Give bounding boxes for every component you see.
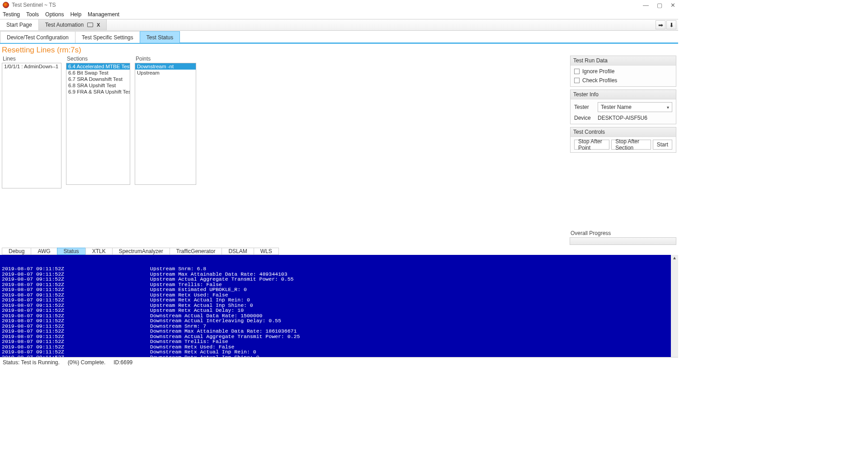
menu-testing[interactable]: Testing xyxy=(3,11,20,18)
log-line: 2019-08-07 09:11:52Z Downstream Retx Act… xyxy=(2,355,676,357)
log-line: 2019-08-07 09:11:52Z Upstream Estimated … xyxy=(2,287,676,292)
status-message: Resetting Lines (rm:7s) xyxy=(0,44,678,56)
tester-select[interactable]: Tester Name ▾ xyxy=(598,102,672,112)
check-profiles-label: Check Profiles xyxy=(582,77,617,84)
status-bar: Status: Test is Running. (0%) Complete. … xyxy=(0,357,678,367)
subtab-device-config[interactable]: Device/Test Configuration xyxy=(0,31,75,43)
tab-start-page[interactable]: Start Page xyxy=(0,19,39,30)
checkbox-icon[interactable] xyxy=(574,78,580,83)
nav-down-button[interactable]: ⬇ xyxy=(666,20,676,29)
chevron-down-icon: ▾ xyxy=(667,105,669,110)
panel-test-controls: Test Controls Stop After Point Stop Afte… xyxy=(570,127,676,153)
tab-test-automation-label: Test Automation xyxy=(45,22,84,28)
status-id: ID:6699 xyxy=(113,359,132,366)
panel-tester-info-header: Tester Info xyxy=(571,90,676,99)
menu-help[interactable]: Help xyxy=(70,11,81,18)
logtab-spectrum[interactable]: SpectrumAnalyzer xyxy=(112,248,170,255)
log-line: 2019-08-07 09:11:52Z Upstream Snrm: 6.8 xyxy=(2,266,676,272)
logtab-debug[interactable]: Debug xyxy=(2,248,31,255)
points-item[interactable]: Upstream xyxy=(135,70,196,76)
title-bar: Test Sentinel ~ TS — ▢ ✕ xyxy=(0,0,678,10)
panel-test-controls-header: Test Controls xyxy=(571,127,676,137)
log-line: 2019-08-07 09:11:52Z Downstream Retx Act… xyxy=(2,349,676,355)
log-tabs: Debug AWG Status XTLK SpectrumAnalyzer T… xyxy=(0,248,678,255)
stop-after-point-button[interactable]: Stop After Point xyxy=(574,140,609,150)
log-line: 2019-08-07 09:11:52Z Downstream Actual I… xyxy=(2,318,676,324)
logtab-dslam[interactable]: DSLAM xyxy=(222,248,254,255)
sections-item[interactable]: 6.7 SRA Downshift Test xyxy=(66,76,130,82)
menu-management[interactable]: Management xyxy=(88,11,119,18)
log-line: 2019-08-07 09:11:52Z Upstream Retx Actua… xyxy=(2,308,676,313)
log-line: 2019-08-07 09:11:52Z Upstream Retx Actua… xyxy=(2,297,676,303)
tab-start-page-label: Start Page xyxy=(6,22,32,28)
subtab-test-status[interactable]: Test Status xyxy=(140,31,180,43)
ignore-profile-label: Ignore Profile xyxy=(582,68,614,75)
sub-tabs: Device/Test Configuration Test Specific … xyxy=(0,31,678,42)
status-text: Status: Test is Running. xyxy=(3,359,60,366)
menu-tools[interactable]: Tools xyxy=(26,11,39,18)
points-label: Points xyxy=(135,56,196,63)
log-line: 2019-08-07 09:11:52Z Downstream Trellis:… xyxy=(2,339,676,344)
overall-progress-bar xyxy=(570,237,676,245)
log-line: 2019-08-07 09:11:52Z Downstream Max Atta… xyxy=(2,329,676,334)
panel-tester-info: Tester Info Tester Tester Name ▾ Device … xyxy=(570,89,676,124)
device-value: DESKTOP-AISF5U6 xyxy=(598,115,672,121)
device-label: Device xyxy=(574,115,595,121)
ignore-profile-row[interactable]: Ignore Profile xyxy=(574,68,672,75)
logtab-status[interactable]: Status xyxy=(57,248,86,255)
app-icon xyxy=(3,2,9,8)
stop-after-section-button[interactable]: Stop After Section xyxy=(611,140,651,150)
sections-item[interactable]: 6.4 Accelerated MTBE Test -na xyxy=(66,63,130,70)
scroll-up-icon[interactable]: ▲ xyxy=(671,255,678,262)
status-percent: (0%) Complete. xyxy=(68,359,105,366)
tester-label: Tester xyxy=(574,104,595,110)
close-button[interactable]: ✕ xyxy=(670,2,675,9)
logtab-awg[interactable]: AWG xyxy=(31,248,57,255)
menu-options[interactable]: Options xyxy=(45,11,64,18)
lines-column: Lines 1/0/1/1 : AdminDown--1 xyxy=(2,56,61,188)
sections-item[interactable]: 6.9 FRA & SRA Upshift Test xyxy=(66,89,130,95)
sections-label: Sections xyxy=(66,56,130,63)
window-restore-icon xyxy=(87,23,93,27)
menu-bar: Testing Tools Options Help Management xyxy=(0,10,678,19)
tab-test-automation[interactable]: Test Automation X xyxy=(39,19,107,30)
lines-item[interactable]: 1/0/1/1 : AdminDown--1 xyxy=(2,63,61,70)
window-title: Test Sentinel ~ TS xyxy=(12,2,56,8)
start-button[interactable]: Start xyxy=(653,140,672,150)
checkbox-icon[interactable] xyxy=(574,69,580,74)
arrow-down-icon: ⬇ xyxy=(669,22,674,28)
main-area: Resetting Lines (rm:7s) Lines 1/0/1/1 : … xyxy=(0,44,678,357)
minimize-button[interactable]: — xyxy=(643,2,649,9)
overall-progress-block: Overall Progress xyxy=(0,229,678,245)
log-area[interactable]: 2019-08-07 09:11:52Z Upstream Snrm: 6.82… xyxy=(0,255,678,357)
lines-listbox[interactable]: 1/0/1/1 : AdminDown--1 xyxy=(2,63,61,188)
overall-progress-label: Overall Progress xyxy=(570,229,676,237)
arrow-right-icon: ➡ xyxy=(658,22,663,28)
upper-row: Lines 1/0/1/1 : AdminDown--1 Sections 6.… xyxy=(0,56,678,188)
points-column: Points Downstream -nt Upstream xyxy=(135,56,196,188)
logtab-traffic[interactable]: TrafficGenerator xyxy=(170,248,222,255)
logtab-wls[interactable]: WLS xyxy=(254,248,279,255)
scrollbar[interactable]: ▲ ▼ xyxy=(671,255,678,357)
panel-test-run-data-header: Test Run Data xyxy=(571,56,676,66)
maximize-button[interactable]: ▢ xyxy=(657,2,662,9)
points-listbox[interactable]: Downstream -nt Upstream xyxy=(135,63,196,185)
sections-item[interactable]: 6.6 Bit Swap Test xyxy=(66,70,130,76)
logtab-xtlk[interactable]: XTLK xyxy=(85,248,113,255)
nav-forward-button[interactable]: ➡ xyxy=(656,20,665,29)
sections-column: Sections 6.4 Accelerated MTBE Test -na 6… xyxy=(66,56,130,188)
panel-test-run-data: Test Run Data Ignore Profile Check Profi… xyxy=(570,56,676,87)
tester-select-value: Tester Name xyxy=(601,104,632,110)
right-panels: Test Run Data Ignore Profile Check Profi… xyxy=(570,56,676,188)
sections-listbox[interactable]: 6.4 Accelerated MTBE Test -na 6.6 Bit Sw… xyxy=(66,63,130,185)
tab-close-icon[interactable]: X xyxy=(97,22,100,28)
subtab-test-specific[interactable]: Test Specific Settings xyxy=(75,31,140,43)
check-profiles-row[interactable]: Check Profiles xyxy=(574,77,672,84)
log-line: 2019-08-07 09:11:52Z Upstream Actual Agg… xyxy=(2,277,676,282)
points-item[interactable]: Downstream -nt xyxy=(135,63,196,70)
document-tabs: Start Page Test Automation X ➡ ⬇ xyxy=(0,19,678,31)
lines-label: Lines xyxy=(2,56,61,63)
window-controls: — ▢ ✕ xyxy=(643,2,675,9)
sections-item[interactable]: 6.8 SRA Upshift Test xyxy=(66,82,130,89)
